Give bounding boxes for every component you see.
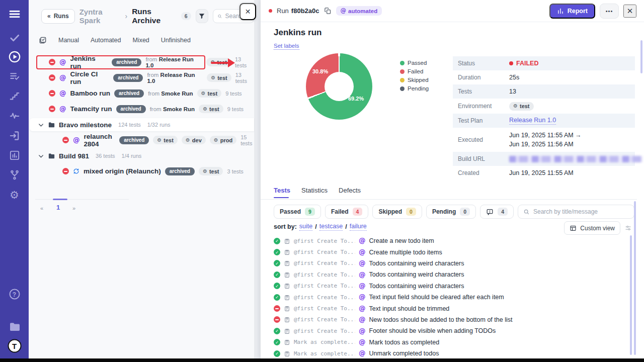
test-row[interactable]: ✓Mark as complete...@Mark todos as compl… bbox=[274, 337, 627, 348]
filter-pending-button[interactable]: Pending0 bbox=[426, 205, 476, 219]
back-to-runs-button[interactable]: « Runs bbox=[41, 9, 75, 24]
sidebar-list-check-icon[interactable] bbox=[9, 71, 20, 82]
sidebar-check-icon[interactable] bbox=[9, 32, 20, 44]
filter-skipped-button[interactable]: Skipped0 bbox=[372, 205, 422, 219]
test-suite-name: @first Create To... bbox=[294, 305, 355, 312]
test-row[interactable]: ✓@first Create To...@Footer should be vi… bbox=[274, 325, 627, 336]
environment-badge: ⚙dev bbox=[182, 136, 206, 144]
sidebar-pulse-icon[interactable] bbox=[9, 110, 20, 121]
run-row[interactable]: @Teamcity runarchivedfrom Smoke Run⚙test… bbox=[29, 101, 254, 117]
filter-button[interactable] bbox=[196, 9, 208, 23]
scrollbar-thumb-tests[interactable] bbox=[630, 235, 632, 355]
sidebar-play-circle-icon[interactable] bbox=[8, 50, 21, 63]
test-title: Todos containing weird characters bbox=[369, 283, 464, 290]
tab-tests[interactable]: Tests bbox=[274, 187, 290, 198]
test-row[interactable]: ✓@first Create To...@Create multiple tod… bbox=[274, 246, 627, 257]
chevron-down-icon bbox=[38, 122, 44, 128]
test-row[interactable]: ✓@first Create To...@Todos containing we… bbox=[274, 281, 627, 292]
tab-unfinished[interactable]: Unfinished bbox=[161, 37, 191, 44]
tab-manual[interactable]: Manual bbox=[58, 37, 79, 44]
tests-search-input[interactable] bbox=[533, 208, 629, 215]
environment-name: test bbox=[217, 59, 227, 65]
sidebar-import-icon[interactable] bbox=[9, 130, 20, 142]
runs-count-badge: 6 bbox=[181, 12, 191, 20]
search-icon bbox=[523, 209, 530, 215]
tests-search[interactable] bbox=[518, 205, 634, 219]
breadcrumb-project[interactable]: Zyntra Spark bbox=[79, 8, 121, 25]
tab-automated[interactable]: Automated bbox=[91, 37, 121, 44]
passed-check-icon: ✓ bbox=[274, 350, 280, 357]
custom-view-button[interactable]: Custom view bbox=[564, 221, 620, 235]
runs-archive-panel: « Runs Zyntra Spark › Runs Archive 6 ✕ M… bbox=[29, 0, 254, 358]
filter-passed-button[interactable]: Passed9 bbox=[274, 205, 321, 219]
run-row[interactable]: @Circle CI runarchivedfrom Release Run 1… bbox=[29, 70, 254, 85]
copy-icon[interactable] bbox=[324, 7, 332, 15]
info-label: Tests bbox=[453, 88, 509, 95]
test-row[interactable]: ✓@first Create To...@Todos containing we… bbox=[274, 258, 627, 269]
info-label: Build URL bbox=[453, 155, 509, 162]
funnel-icon bbox=[198, 13, 205, 20]
from-plan-label: from Smoke Run bbox=[150, 106, 195, 112]
scrollbar-thumb-panel[interactable] bbox=[634, 201, 636, 355]
view-settings-icon[interactable] bbox=[624, 224, 632, 232]
pagination-next[interactable]: » bbox=[72, 205, 75, 211]
sidebar-menu-icon[interactable] bbox=[8, 8, 21, 21]
from-plan-label: from Release Run 1.0 bbox=[145, 56, 202, 68]
test-row[interactable]: ✓@first Create To...@Text input field sh… bbox=[274, 292, 627, 303]
sidebar-avatar-t[interactable]: T bbox=[8, 339, 21, 353]
scrollbar-thumb-outer[interactable] bbox=[640, 40, 642, 73]
run-row[interactable]: @Jenkins runarchivedfrom Release Run 1.0… bbox=[29, 54, 254, 70]
sort-link-suite[interactable]: suite bbox=[299, 223, 312, 231]
run-row[interactable]: @relaunch 2804archived⚙test⚙dev⚙prod15 t… bbox=[29, 132, 254, 148]
test-row[interactable]: @first Create To...@New todos should be … bbox=[274, 314, 627, 325]
filter-failed-button[interactable]: Failed4 bbox=[325, 205, 369, 219]
status-failed-text: FAILED bbox=[516, 60, 538, 67]
close-detail-button[interactable]: ✕ bbox=[623, 5, 636, 18]
run-row[interactable]: mixed origin (Relaunch)archived⚙test3 te… bbox=[29, 163, 254, 179]
report-button[interactable]: Report bbox=[549, 4, 595, 19]
sidebar-chart-box-icon[interactable] bbox=[9, 150, 20, 161]
gear-icon: ⚙ bbox=[210, 60, 215, 65]
close-list-button[interactable]: ✕ bbox=[239, 3, 256, 20]
test-row[interactable]: ✓@first Create To...@Create a new todo i… bbox=[274, 235, 627, 246]
more-menu-button[interactable]: ••• bbox=[600, 4, 619, 19]
chevron-down-icon bbox=[38, 153, 44, 159]
run-name: Circle CI run bbox=[70, 70, 110, 85]
sidebar-gear-icon[interactable]: ⚙ bbox=[10, 190, 19, 201]
legend-item-passed: Passed bbox=[400, 60, 429, 66]
select-all-icon[interactable] bbox=[39, 36, 47, 44]
automated-test-icon: @ bbox=[359, 272, 366, 279]
tab-mixed[interactable]: Mixed bbox=[132, 37, 149, 44]
pagination-page-1[interactable]: 1 bbox=[56, 204, 60, 211]
info-row-environment: Environment⚙test bbox=[453, 99, 635, 114]
pagination-prev[interactable]: « bbox=[40, 205, 43, 211]
test-row[interactable]: ✓Mark as complete...@Unmark completed to… bbox=[274, 348, 627, 359]
from-plan-name: Release Run 1.0 bbox=[147, 72, 195, 84]
sidebar-steps-icon[interactable] bbox=[9, 90, 20, 102]
sidebar-folder-icon[interactable] bbox=[9, 321, 21, 333]
comments-filter-button[interactable]: 4 bbox=[480, 205, 514, 219]
sidebar-branch-icon[interactable] bbox=[9, 169, 20, 180]
set-labels-link[interactable]: Set labels bbox=[274, 43, 299, 50]
test-suite-name: @first Create To... bbox=[294, 328, 355, 334]
tab-statistics[interactable]: Statistics bbox=[301, 187, 328, 198]
folder-name: Build 981 bbox=[59, 152, 89, 160]
legend-label: Skipped bbox=[408, 77, 429, 83]
sort-link-testcase[interactable]: testcase bbox=[319, 223, 343, 231]
environment-badge: ⚙test bbox=[153, 136, 178, 144]
tab-defects[interactable]: Defects bbox=[339, 187, 361, 198]
test-row[interactable]: ✓@first Create To...@Todos containing we… bbox=[274, 269, 627, 280]
gear-icon: ⚙ bbox=[203, 169, 207, 174]
test-row[interactable]: @first Create To...@Text input should be… bbox=[274, 303, 627, 314]
clipboard-icon bbox=[284, 350, 290, 357]
info-label: Duration bbox=[453, 74, 509, 81]
sort-link-failure[interactable]: failure bbox=[350, 223, 367, 231]
run-label: Run bbox=[277, 7, 289, 15]
test-plan-link[interactable]: Release Run 1.0 bbox=[509, 117, 556, 125]
run-row[interactable]: @Bamboo runarchivedfrom Smoke Run⚙test9 … bbox=[29, 85, 254, 101]
sidebar-help-icon[interactable]: ? bbox=[9, 289, 20, 300]
folder-row[interactable]: Bravo milestone124 tests1/32 runs bbox=[30, 118, 254, 131]
failed-status-icon bbox=[49, 106, 55, 112]
folder-row[interactable]: Build 98136 tests1/4 runs bbox=[29, 149, 254, 162]
clipboard-icon bbox=[284, 339, 290, 345]
